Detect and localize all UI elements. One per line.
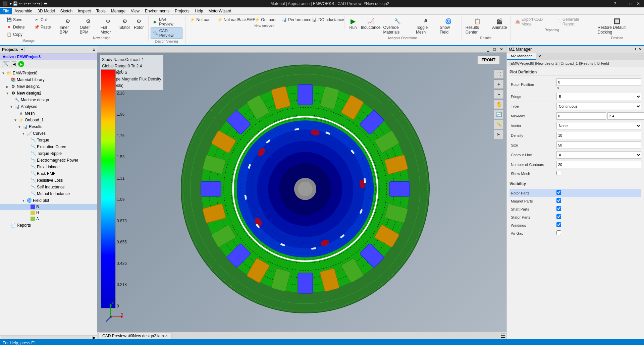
back-btn[interactable]: ◀ bbox=[11, 61, 17, 67]
onload-button[interactable]: ⚡ OnLoad bbox=[252, 16, 279, 23]
add-project-btn[interactable]: + bbox=[19, 47, 25, 52]
menu-file[interactable]: File bbox=[0, 8, 12, 14]
noloadbackemf-button[interactable]: ⚡ NoLoadBackEMF bbox=[215, 16, 252, 23]
windings-checkbox[interactable] bbox=[556, 222, 561, 227]
help-btn[interactable]: ? bbox=[612, 1, 618, 6]
magnet-parts-checkbox[interactable] bbox=[556, 198, 561, 203]
tree-item-results[interactable]: ▼ 📊 Results bbox=[0, 123, 97, 130]
rotate-btn[interactable]: 🔄 bbox=[494, 110, 504, 119]
copy-button[interactable]: 📋 Copy bbox=[4, 31, 31, 38]
animate-button[interactable]: 🎬 Animate bbox=[491, 16, 508, 31]
run-button[interactable]: ▶ Run bbox=[346, 16, 360, 31]
menu-assemble[interactable]: Assemble bbox=[12, 8, 35, 14]
tree-item-field-plot[interactable]: ▼ 🌀 Field plot bbox=[0, 197, 97, 204]
pan-btn[interactable]: ✋ bbox=[494, 100, 504, 109]
inner-bpm-button[interactable]: ⚙ Inner BPM bbox=[58, 16, 77, 36]
full-motor-button[interactable]: ⚙ Full Motor bbox=[99, 16, 117, 36]
vector-select[interactable]: None Arrow Cone bbox=[556, 122, 641, 129]
tree-item-analyses[interactable]: ▼ 📊 Analyses bbox=[0, 103, 97, 110]
viewport-canvas[interactable]: Study Name:OnLoad_1 Global Range:0 To 2.… bbox=[97, 53, 506, 332]
dqinductance-button[interactable]: 📊 DQInductance bbox=[310, 16, 341, 23]
tree-item-back-emf[interactable]: 📉 Back EMF bbox=[0, 170, 97, 177]
tree-item-h[interactable]: H bbox=[0, 210, 97, 216]
cad-preview-button[interactable]: 🔍 CAD Preview bbox=[151, 27, 182, 39]
run-circle-btn[interactable]: ▶ bbox=[18, 61, 24, 67]
stator-button[interactable]: ⚙ Stator bbox=[118, 16, 131, 31]
tree-item-em-power[interactable]: 📉 Electromagnetic Power bbox=[0, 157, 97, 164]
tree-item-material-library[interactable]: 📚 Material Library bbox=[0, 76, 97, 83]
tree-item-flux-linkage[interactable]: 📉 Flux Linkage bbox=[0, 164, 97, 170]
menu-view[interactable]: View bbox=[128, 8, 142, 14]
viewport-close[interactable]: ✕ bbox=[498, 47, 505, 52]
title-right[interactable]: ? — □ ✕ bbox=[612, 1, 641, 6]
type-select[interactable]: Continuous Discrete bbox=[556, 103, 641, 110]
min-input[interactable] bbox=[556, 112, 606, 120]
menu-manage[interactable]: Manage bbox=[108, 8, 128, 14]
fringe-select[interactable]: B H A bbox=[556, 93, 641, 100]
tree-item-resistive-loss[interactable]: 📉 Resistive Loss bbox=[0, 177, 97, 184]
air-gap-checkbox[interactable] bbox=[556, 230, 561, 235]
menu-sketch[interactable]: Sketch bbox=[57, 8, 75, 14]
live-preview-button[interactable]: ▶ Live Preview bbox=[151, 16, 182, 27]
mz-close-btn[interactable]: ✕ bbox=[639, 47, 642, 52]
toggle-mesh-button[interactable]: # Toggle Mesh bbox=[414, 16, 437, 36]
paste-button[interactable]: 📌 Paste bbox=[32, 23, 58, 31]
mz-close-tab-btn[interactable]: ✕ bbox=[536, 53, 543, 60]
zoom-fit-btn[interactable]: ⛶ bbox=[494, 69, 504, 79]
tree-item-excitation[interactable]: 📉 Excitation Curve bbox=[0, 143, 97, 150]
viewport-minimize[interactable]: _ bbox=[485, 47, 491, 52]
viewport-menu-btn[interactable]: ☰ bbox=[500, 333, 505, 339]
file-actions[interactable]: ▾ 💾 ↩ ↩ ↩ ↪ ↪ | ☰ bbox=[10, 1, 47, 6]
panel-collapse-btn[interactable]: ≡ bbox=[93, 47, 95, 52]
zoom-out-btn[interactable]: − bbox=[494, 90, 504, 99]
section-btn[interactable]: ✂ bbox=[494, 130, 504, 139]
cut-button[interactable]: ✂ Cut bbox=[32, 16, 58, 23]
menu-3dmodel[interactable]: 3D Model bbox=[35, 8, 57, 14]
menu-help[interactable]: Help bbox=[192, 8, 206, 14]
tree-item-mutual-inductance[interactable]: 📉 Mutual Inductance bbox=[0, 190, 97, 197]
tree-item-self-inductance[interactable]: 📉 Self Inductance bbox=[0, 184, 97, 190]
tree-item-torque[interactable]: 📉 Torque bbox=[0, 137, 97, 143]
inductance-button[interactable]: 📈 Inductance bbox=[361, 16, 381, 31]
max-input[interactable] bbox=[607, 112, 644, 120]
rotor-parts-checkbox[interactable] bbox=[556, 190, 561, 195]
tree-item-torque-ripple[interactable]: 📉 Torque Ripple bbox=[0, 150, 97, 157]
tree-item-machine-design[interactable]: 🔧 Machine design bbox=[0, 97, 97, 103]
menu-inspect[interactable]: Inspect bbox=[75, 8, 94, 14]
menu-motorwizard[interactable]: MotorWizard bbox=[206, 8, 234, 14]
viewport-maximize[interactable]: □ bbox=[491, 47, 498, 52]
export-cad-button[interactable]: 📤 Export CAD Model bbox=[513, 16, 553, 27]
tree-item-a[interactable]: A bbox=[0, 216, 97, 222]
measure-btn[interactable]: 📏 bbox=[494, 120, 504, 129]
performance-button[interactable]: 📊 Performance bbox=[279, 16, 309, 23]
cad-preview-tab-close[interactable]: ✕ bbox=[165, 334, 168, 338]
tree-item-b[interactable]: B bbox=[0, 204, 97, 210]
menu-environments[interactable]: Environments bbox=[142, 8, 172, 14]
size-input[interactable] bbox=[556, 141, 641, 149]
menu-tools[interactable]: Tools bbox=[94, 8, 108, 14]
tree-item-mesh[interactable]: # Mesh bbox=[0, 110, 97, 117]
results-center-button[interactable]: 📋 Results Center bbox=[464, 16, 491, 36]
contour-line-select[interactable]: A B None bbox=[556, 151, 641, 159]
rotor-position-input[interactable] bbox=[556, 78, 641, 86]
mz-tab-manager[interactable]: MZ Manager bbox=[507, 53, 536, 60]
shaft-parts-checkbox[interactable] bbox=[556, 206, 561, 211]
density-input[interactable] bbox=[556, 132, 641, 139]
save-button[interactable]: 💾 Save bbox=[4, 16, 31, 23]
outer-bpm-button[interactable]: ⚙ Outer BPM bbox=[78, 16, 98, 36]
num-contours-input[interactable] bbox=[556, 161, 641, 168]
tree-item-newdesign1[interactable]: ▶ ⚙ New design1 bbox=[0, 83, 97, 90]
tree-item-curves[interactable]: ▼ 📈 Curves bbox=[0, 130, 97, 137]
close-btn[interactable]: ✕ bbox=[635, 1, 641, 6]
cad-preview-tab[interactable]: CAD Preview: #0New design2.iam ✕ bbox=[99, 333, 171, 339]
rotor-button[interactable]: ⚙ Rotor bbox=[132, 16, 146, 31]
show-mesh-checkbox[interactable] bbox=[556, 171, 561, 175]
restore-docking-button[interactable]: 🔲 Restore Default Docking bbox=[596, 16, 638, 36]
minimize-btn[interactable]: — bbox=[620, 1, 626, 6]
rotor-position-dropdown[interactable]: ▾ bbox=[557, 86, 559, 91]
show-field-button[interactable]: 🌀 Show Field bbox=[438, 16, 459, 36]
tree-item-reports[interactable]: 📄 Reports bbox=[0, 222, 97, 229]
search-btn[interactable]: 🔍 bbox=[2, 61, 10, 67]
mz-add-tab-btn[interactable]: + bbox=[634, 47, 637, 52]
tree-item-emwproject8[interactable]: ▼ 📁 EMWProject8 bbox=[0, 70, 97, 76]
